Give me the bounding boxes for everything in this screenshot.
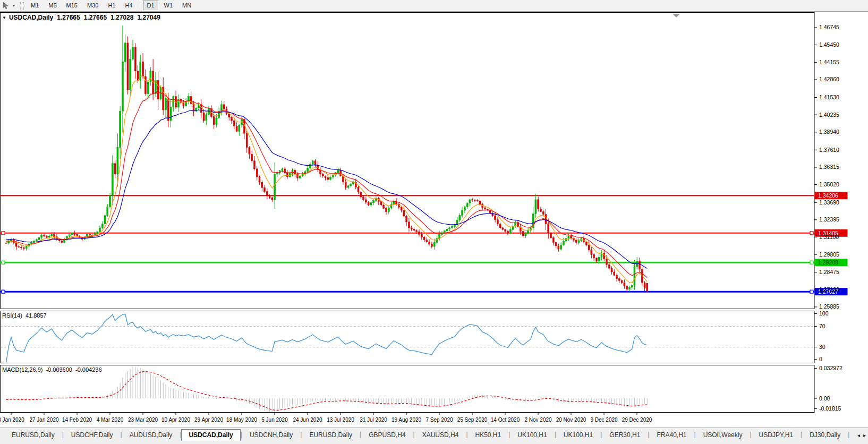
svg-text:23 Mar 2020: 23 Mar 2020 — [128, 417, 158, 423]
hline-handle[interactable] — [2, 261, 5, 264]
svg-text:31 Jul 2020: 31 Jul 2020 — [360, 417, 387, 423]
toolbar-separator — [140, 2, 140, 10]
svg-text:18 May 2020: 18 May 2020 — [226, 417, 257, 423]
chart-tab-hk50-h1[interactable]: HK50,H1 — [468, 429, 509, 441]
svg-text:19 Aug 2020: 19 Aug 2020 — [392, 417, 422, 423]
svg-text:1.34206: 1.34206 — [818, 192, 838, 199]
chart-tab-usdcad-daily[interactable]: USDCAD,Daily — [181, 429, 240, 441]
ma-slow-line — [6, 110, 648, 269]
hline-handle[interactable] — [810, 290, 813, 293]
tab-scroll-right-button[interactable]: ▸ — [863, 432, 866, 438]
ohlc-open: 1.27665 — [57, 14, 80, 21]
timeframe-button-w1[interactable]: W1 — [160, 1, 177, 11]
svg-text:0.00: 0.00 — [819, 395, 830, 402]
timeframe-button-mn[interactable]: MN — [178, 1, 195, 11]
main-panel-frame — [1, 13, 815, 309]
date-axis: 8 Jan 202027 Jan 202014 Feb 20204 Mar 20… — [0, 413, 652, 423]
chart-tab-usdchf-daily[interactable]: USDCHF,Daily — [64, 429, 121, 441]
chart-tab-gbpusd-h4[interactable]: GBPUSD,H4 — [361, 429, 413, 441]
ohlc-low: 1.27028 — [110, 14, 133, 21]
svg-text:9 Dec 2020: 9 Dec 2020 — [590, 417, 618, 423]
hline-handle[interactable] — [810, 261, 813, 264]
chart-tab-uk100-h1[interactable]: UK100,H1 — [556, 429, 600, 441]
moving-averages — [6, 76, 648, 283]
hline-handle[interactable] — [2, 232, 5, 235]
svg-text:1.44155: 1.44155 — [819, 59, 839, 65]
ohlc-close: 1.27049 — [137, 14, 160, 21]
chart-tab-uk100-h1[interactable]: UK100,H1 — [510, 429, 554, 441]
timeframe-button-h4[interactable]: H4 — [121, 1, 137, 11]
hline-handle[interactable] — [810, 232, 813, 235]
macd-signal-line — [6, 372, 648, 411]
rsi-indicator-label: RSI(14)41.8857 — [2, 312, 47, 319]
timeframe-button-m30[interactable]: M30 — [83, 1, 103, 11]
svg-text:1.27180: 1.27180 — [819, 286, 839, 293]
svg-text:13 Jul 2020: 13 Jul 2020 — [327, 417, 354, 423]
cursor-tool-icon[interactable] — [1, 1, 11, 10]
chart-title: ▼USDCAD,Daily1.276651.276651.270281.2704… — [2, 14, 160, 21]
svg-text:7 Sep 2020: 7 Sep 2020 — [426, 417, 453, 423]
ma-medium-line — [6, 92, 648, 278]
toolbar-grip[interactable] — [20, 2, 24, 10]
hline-handle[interactable] — [2, 290, 5, 293]
chart-shift-marker[interactable] — [673, 14, 680, 18]
svg-text:1.31100: 1.31100 — [819, 234, 839, 240]
svg-text:1.41530: 1.41530 — [819, 94, 839, 100]
chart-tab-china300-h1[interactable]: CHINA300,H1 — [849, 429, 855, 441]
rsi-value: 41.8857 — [25, 312, 47, 319]
ma-fast-line — [6, 76, 648, 283]
chart-title-caret-icon[interactable]: ▼ — [2, 15, 6, 20]
svg-text:2 Nov 2020: 2 Nov 2020 — [524, 417, 552, 423]
chart-tab-usoil-weekly[interactable]: USOil,Weekly — [696, 429, 750, 441]
rsi-panel-frame — [1, 311, 815, 363]
chart-tab-eurusd-daily[interactable]: EURUSD,Daily — [302, 429, 360, 441]
svg-text:10 Apr 2020: 10 Apr 2020 — [161, 417, 190, 423]
ohlc-high: 1.27665 — [84, 14, 107, 21]
rsi-line — [6, 314, 648, 363]
svg-text:1.29208: 1.29208 — [818, 259, 838, 266]
svg-text:1.42860: 1.42860 — [819, 76, 839, 82]
timeframe-button-m5[interactable]: M5 — [44, 1, 61, 11]
chart-tab-eurusd-daily[interactable]: EURUSD,Daily — [4, 429, 62, 441]
svg-text:1.37610: 1.37610 — [819, 147, 839, 153]
macd-axis: 0.0329720.00-0.01815 — [814, 365, 843, 412]
rsi-axis: 10070300 — [814, 310, 829, 362]
chart-tab-ger30-h1[interactable]: GER30,H1 — [602, 429, 648, 441]
svg-text:1.28475: 1.28475 — [819, 269, 839, 275]
horizontal-level-lines: 1.342061.314051.292081.27027 — [0, 192, 848, 295]
timeframe-button-m1[interactable]: M1 — [27, 1, 43, 11]
chart-tab-usdcnh-daily[interactable]: USDCNH,Daily — [242, 429, 300, 441]
timeframe-button-m15[interactable]: M15 — [62, 1, 82, 11]
svg-text:70: 70 — [819, 323, 826, 329]
price-axis: 1.467451.454501.441551.428601.415301.402… — [814, 24, 839, 310]
svg-text:0.032972: 0.032972 — [819, 365, 843, 371]
svg-text:1.29805: 1.29805 — [819, 251, 839, 258]
chart-tab-fra40-h1[interactable]: FRA40,H1 — [649, 429, 694, 441]
svg-text:1.40235: 1.40235 — [819, 112, 839, 118]
svg-text:27 Jan 2020: 27 Jan 2020 — [29, 417, 58, 423]
chart-tab-usdjpy-h1[interactable]: USDJPY,H1 — [752, 429, 801, 441]
svg-text:14 Feb 2020: 14 Feb 2020 — [62, 417, 92, 423]
macd-main-value: -0.003600 — [46, 366, 72, 373]
chart-tab-dj30-daily[interactable]: DJ30,Daily — [802, 429, 848, 441]
svg-text:25 Sep 2020: 25 Sep 2020 — [457, 417, 488, 423]
cursor-tool-dropdown-caret[interactable]: ▾ — [11, 3, 17, 8]
svg-text:1.46745: 1.46745 — [819, 24, 839, 30]
svg-text:1.36315: 1.36315 — [819, 164, 839, 170]
svg-text:20 Nov 2020: 20 Nov 2020 — [556, 417, 586, 423]
macd-indicator-label: MACD(12,26,9)-0.003600-0.004236 — [2, 366, 102, 373]
chart-tab-xauusd-h4[interactable]: XAUUSD,H4 — [415, 429, 466, 441]
timeframe-button-d1[interactable]: D1 — [143, 1, 159, 11]
svg-text:-0.01815: -0.01815 — [819, 405, 841, 412]
chart-tab-audusd-daily[interactable]: AUDUSD,Daily — [122, 429, 180, 441]
svg-text:1.32395: 1.32395 — [819, 216, 839, 223]
mt4-window: ▾ M1M5M15M30H1H4 D1W1MN 1.342061.314051.… — [0, 0, 868, 444]
timeframe-button-h1[interactable]: H1 — [104, 1, 120, 11]
svg-text:29 Dec 2020: 29 Dec 2020 — [622, 417, 652, 423]
tab-scroll-left-button[interactable]: ◂ — [857, 432, 860, 438]
svg-text:30: 30 — [819, 344, 826, 350]
chart-symbol-label: USDCAD,Daily — [9, 14, 53, 21]
svg-text:100: 100 — [819, 310, 829, 317]
svg-text:1.45450: 1.45450 — [819, 41, 839, 48]
svg-text:1.25885: 1.25885 — [819, 303, 839, 310]
